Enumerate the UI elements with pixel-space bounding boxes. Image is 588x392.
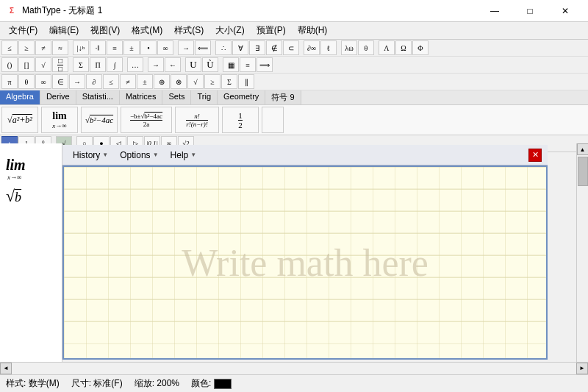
sym-tab-sets[interactable]: Sets <box>162 90 191 104</box>
hw-canvas[interactable]: Write math here <box>62 165 548 360</box>
tb-leq2[interactable]: ≤ <box>103 74 119 89</box>
tb-ell[interactable]: ℓ <box>320 40 337 55</box>
tb-rarr2[interactable]: → <box>148 57 164 72</box>
menu-edit[interactable]: 编辑(E) <box>43 23 85 38</box>
tb-matrix[interactable]: ▦ <box>223 57 239 72</box>
sym-tab-matrices[interactable]: Matrices <box>120 90 163 104</box>
sym-tab-geometry[interactable]: Geometry <box>218 90 265 104</box>
tb-implies[interactable]: ⟹ <box>257 57 273 72</box>
toolbar-row-3: π θ ∞ ∈ → ∂ ≤ ≠ ± ⊕ ⊗ √ ≥ Σ ∥ <box>0 74 588 90</box>
tb-dots[interactable]: … <box>127 57 143 72</box>
sym-tab-9[interactable]: 符号 9 <box>265 90 301 104</box>
tb-bullet[interactable]: • <box>140 40 157 55</box>
tb-pm[interactable]: ± <box>123 40 140 55</box>
tb-parallel[interactable]: ∥ <box>238 74 254 89</box>
tb-sum[interactable]: Σ <box>73 57 89 72</box>
color-swatch <box>214 379 232 389</box>
tb-paren[interactable]: () <box>1 57 18 72</box>
tmpl-half[interactable]: 1 2 <box>222 107 259 133</box>
menu-view[interactable]: 视图(V) <box>85 23 126 38</box>
tb-bar[interactable]: |↓b <box>73 40 89 55</box>
tb-geq2[interactable]: ≥ <box>204 74 220 89</box>
sym-tab-trig[interactable]: Trig <box>191 90 218 104</box>
menu-file[interactable]: 文件(F) <box>3 23 43 38</box>
tb-dot[interactable]: ·∥ <box>90 40 106 55</box>
tb-equiv[interactable]: ≡ <box>107 40 123 55</box>
tb-partial[interactable]: ∂ <box>86 74 102 89</box>
tb-sqrt[interactable]: √ <box>35 57 51 72</box>
tb-pm2[interactable]: ± <box>137 74 153 89</box>
tb-theta2[interactable]: θ <box>18 74 35 89</box>
menu-size[interactable]: 大小(Z) <box>209 23 250 38</box>
tb-sum2[interactable]: Σ <box>221 74 237 89</box>
tb-Phi[interactable]: Φ <box>412 40 429 55</box>
sym-tab-statisti[interactable]: Statisti... <box>76 90 120 104</box>
app-logo: Σ <box>6 5 18 17</box>
tmpl-lim[interactable]: lim x→∞ <box>41 107 78 133</box>
tb-otimes[interactable]: ⊗ <box>171 74 187 89</box>
svg-rect-1 <box>64 167 546 358</box>
maximize-button[interactable]: □ <box>513 0 547 22</box>
tb-prod[interactable]: Π <box>90 57 106 72</box>
tmpl-sqrt-sum[interactable]: √a²+b² <box>1 107 38 133</box>
tb-infty2[interactable]: ∂∞ <box>304 40 320 55</box>
tmpl-discriminant[interactable]: √b²−4ac <box>81 107 118 133</box>
tb-Omega[interactable]: Ω <box>395 40 412 55</box>
tb-Ugrave[interactable]: Ù <box>202 57 218 72</box>
sym-tab-algebra[interactable]: Algebra <box>0 90 40 104</box>
tb-int[interactable]: ∫ <box>107 57 123 72</box>
scrollbar-right: ▲ ▼ <box>576 143 588 374</box>
tmpl-combinations[interactable]: n! r!(n−r)! <box>175 107 219 133</box>
tb-Lambda[interactable]: Λ <box>379 40 395 55</box>
scroll-up-arrow[interactable]: ▲ <box>577 143 589 155</box>
tb-therefore[interactable]: ∴ <box>215 40 232 55</box>
hw-history-arrow: ▼ <box>102 152 108 158</box>
tb-frac[interactable]: □□ <box>52 57 68 72</box>
tb-forall[interactable]: ∀ <box>232 40 248 55</box>
tb-notin[interactable]: ∉ <box>266 40 282 55</box>
menu-help[interactable]: 帮助(H) <box>292 23 334 38</box>
menu-prefs[interactable]: 预置(P) <box>251 23 292 38</box>
tb-pi[interactable]: π <box>1 74 18 89</box>
tmpl-quadratic[interactable]: −b±√b²−4ac 2a <box>121 107 172 133</box>
tb-equiv2[interactable]: ≡ <box>240 57 256 72</box>
menu-format[interactable]: 格式(M) <box>126 23 168 38</box>
tb-neq[interactable]: ≠ <box>35 40 51 55</box>
tb-rarr3[interactable]: → <box>69 74 85 89</box>
tb-lambda[interactable]: λω <box>341 40 357 55</box>
symbol-tabs: Algebra Derive Statisti... Matrices Sets… <box>0 90 588 105</box>
tb-in[interactable]: ∈ <box>52 74 68 89</box>
status-size: 尺寸: 标准(F) <box>71 377 123 390</box>
scroll-thumb[interactable] <box>578 157 588 186</box>
lim-display: lim x→∞ <box>6 157 56 181</box>
menu-style[interactable]: 样式(S) <box>168 23 209 38</box>
tb-oplus[interactable]: ⊕ <box>154 74 170 89</box>
tb-rarr[interactable]: → <box>178 40 194 55</box>
scroll-left-arrow[interactable]: ◄ <box>0 363 12 374</box>
minimize-button[interactable]: — <box>478 0 512 22</box>
tb-sqrt2[interactable]: √ <box>187 74 204 89</box>
tb-infty3[interactable]: ∞ <box>35 74 51 89</box>
tb-infty[interactable]: ∞ <box>157 40 173 55</box>
menu-bar: 文件(F) 编辑(E) 视图(V) 格式(M) 样式(S) 大小(Z) 预置(P… <box>0 22 588 40</box>
tb-exists[interactable]: ∃ <box>249 40 265 55</box>
tb-theta[interactable]: θ <box>358 40 374 55</box>
tb-approx[interactable]: ≈ <box>52 40 68 55</box>
tb-U[interactable]: U <box>185 57 201 72</box>
editor-area[interactable]: lim x→∞ √b <box>0 143 62 374</box>
close-button[interactable]: ✕ <box>548 0 582 22</box>
hw-help-button[interactable]: Help ▼ <box>166 149 201 162</box>
tb-geq[interactable]: ≥ <box>18 40 35 55</box>
tb-leq[interactable]: ≤ <box>1 40 18 55</box>
tb-Larr[interactable]: ⟸ <box>195 40 211 55</box>
sym-tab-derive[interactable]: Derive <box>40 90 76 104</box>
hw-close-button[interactable]: ✕ <box>528 149 542 162</box>
hw-history-button[interactable]: History ▼ <box>68 149 112 162</box>
tb-neq2[interactable]: ≠ <box>120 74 136 89</box>
tb-bracket[interactable]: [] <box>18 57 35 72</box>
tb-larr2[interactable]: ← <box>165 57 181 72</box>
scroll-right-arrow[interactable]: ► <box>576 363 588 374</box>
tmpl-empty[interactable] <box>262 107 284 133</box>
hw-options-button[interactable]: Options ▼ <box>115 149 162 162</box>
tb-subset[interactable]: ⊂ <box>283 40 299 55</box>
